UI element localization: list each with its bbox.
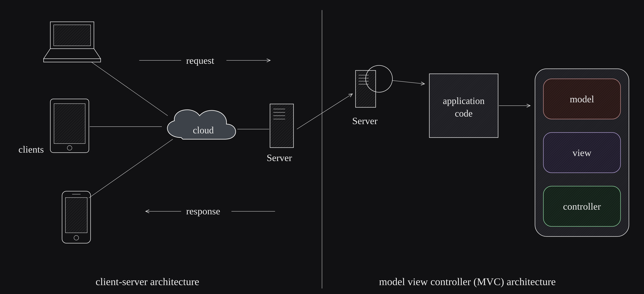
model-label: model <box>570 94 594 104</box>
svg-point-13 <box>67 146 72 150</box>
svg-rect-27 <box>356 70 376 107</box>
svg-point-16 <box>74 236 79 240</box>
svg-rect-15 <box>66 198 87 233</box>
client-server-panel: clients cloud Server request <box>18 22 294 287</box>
laptop-icon <box>44 22 100 62</box>
server-left-icon <box>270 104 294 148</box>
response-label: response <box>186 206 220 216</box>
server-right-label: Server <box>352 116 378 126</box>
diagram-canvas: clients cloud Server request <box>0 0 644 294</box>
mvc-panel: Server application code model view contr… <box>297 66 629 288</box>
appcode-label-1: application <box>443 96 485 106</box>
incoming-arrow <box>297 94 352 129</box>
phone-to-cloud-line <box>89 139 173 198</box>
view-label: view <box>572 147 592 158</box>
appcode-label-2: code <box>455 108 472 118</box>
clients-label: clients <box>18 144 44 155</box>
cloud-icon: cloud <box>167 110 236 139</box>
svg-rect-12 <box>54 104 85 144</box>
controller-label: controller <box>563 201 601 212</box>
phone-icon <box>62 191 90 243</box>
server-right-icon <box>356 70 376 107</box>
request-label: request <box>186 55 214 66</box>
svg-rect-10 <box>54 25 90 46</box>
laptop-to-cloud-line <box>92 62 168 116</box>
mvc-container: model view controller <box>535 69 629 236</box>
response-arrow: response <box>146 206 275 216</box>
svg-rect-18 <box>270 104 294 148</box>
application-code-box: application code <box>429 74 498 138</box>
server-left-label: Server <box>267 152 292 163</box>
request-arrow: request <box>139 55 270 66</box>
cloud-label: cloud <box>193 125 214 135</box>
left-title: client-server architecture <box>96 276 199 287</box>
tablet-icon <box>50 99 89 152</box>
magnifier-to-appcode-arrow <box>392 80 424 84</box>
right-title: model view controller (MVC) architecture <box>379 276 556 288</box>
